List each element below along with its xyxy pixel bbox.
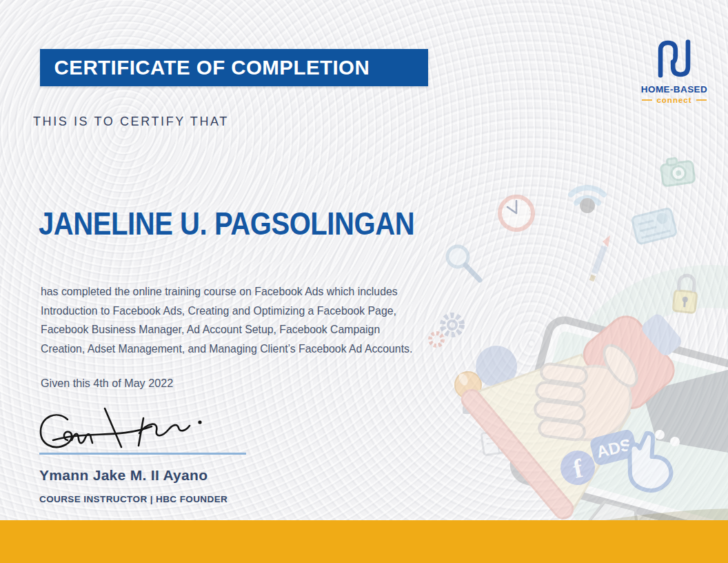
hand-illustration (534, 340, 644, 453)
camera-icon (660, 156, 695, 186)
credit-card-icon (631, 208, 677, 244)
signature-line (39, 453, 246, 455)
clock-icon (500, 197, 533, 230)
svg-text:f: f (571, 453, 586, 484)
padlock-icon (673, 275, 698, 313)
pencil-icon (592, 235, 610, 281)
home-based-h-icon (656, 36, 692, 81)
screen-silhouette (643, 370, 728, 453)
bottom-accent-bar (0, 520, 728, 563)
brand-name: HOME-BASED (638, 84, 710, 95)
lightbulb-icon (455, 372, 481, 414)
facebook-icon: f (557, 447, 598, 488)
cursor-hand-icon (617, 428, 683, 497)
signature-scribble (36, 404, 263, 458)
brand-tagline: connect (638, 96, 710, 104)
title-banner: CERTIFICATE OF COMPLETION (40, 49, 428, 86)
certify-line: THIS IS TO CERTIFY THAT (33, 115, 229, 129)
certificate-title: CERTIFICATE OF COMPLETION (40, 56, 370, 79)
svg-text:ADS: ADS (595, 435, 634, 461)
wifi-icon (571, 188, 604, 213)
brand-tagline-text: connect (656, 96, 691, 104)
ads-badge: ADS (589, 428, 638, 466)
course-description: has completed the online training course… (41, 282, 464, 358)
certificate-page: f ADS CERTIFICATE OF COMPLETION THIS IS … (0, 0, 728, 563)
signatory-name: Ymann Jake M. II Ayano (39, 467, 208, 484)
megaphone-illustration (445, 248, 722, 522)
magnifier-icon (447, 246, 480, 280)
recipient-name: JANELINE U. PAGSOLINGAN (39, 205, 414, 242)
brand-logo: HOME-BASED connect (638, 36, 710, 104)
date-line: Given this 4th of May 2022 (41, 377, 173, 391)
signatory-title: COURSE INSTRUCTOR | HBC FOUNDER (39, 494, 228, 504)
notebook-icon (481, 429, 514, 455)
